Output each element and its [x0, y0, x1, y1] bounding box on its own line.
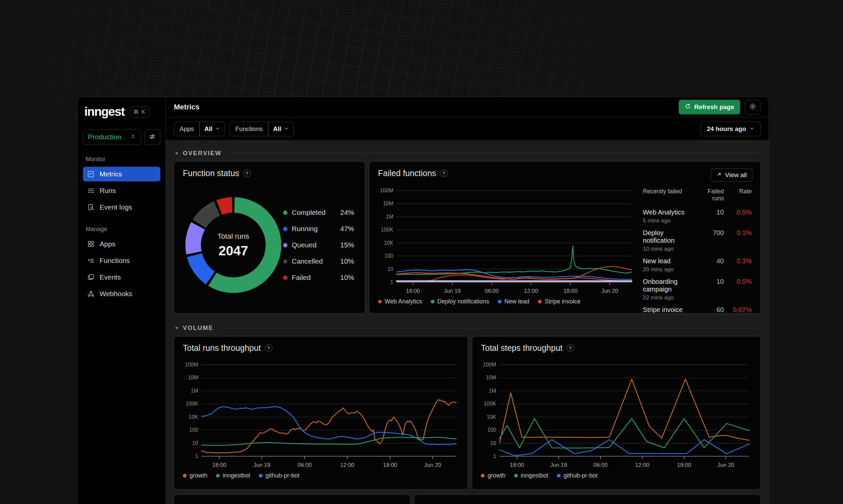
volume-section-header[interactable]: VOLUME: [175, 325, 760, 331]
command-k-shortcut[interactable]: ⌘ K: [130, 106, 149, 118]
view-all-button[interactable]: View all: [711, 168, 752, 182]
table-row[interactable]: New lead20 mins ago400.3%: [643, 257, 752, 273]
refresh-page-button[interactable]: Refresh page: [679, 100, 740, 114]
sdk-request-throughput-card: SDK request throughput ?: [174, 495, 410, 504]
svg-text:10: 10: [490, 440, 496, 446]
legend-label: Failed: [292, 273, 311, 282]
sidebar-item-runs[interactable]: Runs: [83, 183, 160, 198]
table-row[interactable]: Stripe invoice25 mins ago600.07%: [643, 306, 752, 313]
svg-text:Jun 19: Jun 19: [550, 462, 567, 468]
time-range-select[interactable]: 24 hours ago: [701, 122, 761, 136]
backlog-card: Backlog ?: [414, 495, 761, 504]
sidebar-item-label: Runs: [100, 187, 116, 195]
legend-dot: [216, 474, 220, 478]
sidebar-item-webhooks[interactable]: Webhooks: [83, 287, 160, 301]
time-range-value: 24 hours ago: [707, 125, 746, 133]
table-row[interactable]: Deploy notification10 mins ago7000.1%: [643, 229, 752, 252]
svg-text:100: 100: [487, 427, 496, 433]
svg-text:100K: 100K: [381, 227, 394, 232]
apps-filter-value: All: [204, 125, 212, 133]
svg-text:12:00: 12:00: [524, 288, 538, 294]
svg-text:1M: 1M: [191, 388, 198, 394]
legend-item-deploy-notifications: Deploy notifications: [431, 298, 489, 305]
svg-text:100K: 100K: [484, 401, 497, 407]
sidebar-item-events[interactable]: Events: [83, 270, 160, 285]
function-status-donut: Total runs 2047: [184, 195, 283, 295]
svg-text:10M: 10M: [188, 375, 198, 380]
series-inngestbot: [202, 437, 457, 446]
svg-text:06:00: 06:00: [298, 462, 312, 468]
legend-label: Running: [292, 225, 317, 233]
help-icon[interactable]: ?: [567, 344, 574, 352]
table-row[interactable]: Web Analytics5 mins ago100.5%: [643, 209, 752, 224]
apps-filter[interactable]: Apps All: [174, 122, 225, 136]
nav-section-label: Monitor: [86, 156, 158, 163]
functions-filter-value: All: [273, 125, 281, 133]
legend-value: 47%: [340, 225, 354, 233]
failed-function-name: Deploy notification: [643, 229, 693, 245]
content-scroll-area[interactable]: OVERVIEW Function status ? Total runs: [166, 141, 769, 504]
legend-dot: [259, 474, 262, 478]
svg-text:12:00: 12:00: [635, 462, 650, 468]
series-inngestbot: [499, 418, 749, 448]
legend-dot: [183, 474, 187, 478]
sidebar-item-event-logs[interactable]: Event logs: [83, 200, 160, 215]
svg-text:Jun 19: Jun 19: [253, 462, 270, 468]
svg-text:Jun 19: Jun 19: [444, 288, 461, 294]
sidebar-item-apps[interactable]: Apps: [83, 237, 160, 251]
section-rule: [228, 153, 760, 154]
chevron-down-icon: [750, 125, 754, 133]
total-steps-title: Total steps throughput: [481, 343, 563, 353]
failed-runs-value: 60: [695, 306, 724, 313]
env-filter-button[interactable]: [144, 129, 160, 145]
sidebar-item-functions[interactable]: Functions: [83, 253, 160, 268]
failure-rate-value: 0.07%: [726, 306, 752, 313]
sidebar-item-label: Events: [100, 273, 121, 281]
legend-dot: [283, 243, 288, 247]
settings-button[interactable]: [745, 100, 761, 114]
failed-runs-value: 10: [695, 278, 724, 286]
svg-text:18:00: 18:00: [383, 462, 397, 468]
filter-bar: Apps All Functions All 24 hours ago: [166, 118, 769, 141]
svg-text:12:00: 12:00: [340, 462, 355, 468]
view-all-label: View all: [725, 172, 747, 179]
runs-list-icon: [87, 187, 95, 195]
col-recently-failed: Recently failed: [643, 188, 693, 202]
series-growth: [202, 399, 457, 453]
failure-rate-value: 0.5%: [726, 278, 752, 286]
donut-center-label: Total runs: [218, 232, 249, 241]
section-rule: [220, 328, 760, 328]
failed-function-time: 20 mins ago: [643, 266, 693, 273]
failed-function-name: Web Analytics: [643, 209, 693, 216]
legend-label: Deploy notifications: [437, 298, 489, 305]
table-row[interactable]: Onboarding campaign22 mins ago100.5%: [643, 278, 752, 301]
svg-text:18:00: 18:00: [677, 462, 691, 468]
functions-filter[interactable]: Functions All: [230, 122, 294, 136]
legend-label: Stripe invoice: [545, 298, 581, 305]
sidebar-item-metrics[interactable]: Metrics: [83, 167, 160, 181]
legend-dot: [283, 259, 288, 264]
overview-section-header[interactable]: OVERVIEW: [175, 150, 760, 157]
arrow-up-right-icon: [717, 172, 722, 179]
apps-grid-icon: [87, 240, 95, 248]
svg-text:Jun 20: Jun 20: [601, 288, 618, 294]
environment-select[interactable]: Production: [83, 129, 141, 145]
refresh-icon: [685, 103, 691, 111]
svg-text:100K: 100K: [186, 401, 199, 407]
events-windows-icon: [87, 273, 95, 281]
legend-item-running: Running47%: [283, 225, 354, 233]
total-steps-throughput-card: Total steps throughput ? 100M10M1M100K10…: [472, 336, 761, 489]
legend-item-growth: growth: [481, 472, 505, 479]
svg-text:10K: 10K: [189, 414, 199, 420]
collapse-triangle-icon: [175, 151, 179, 156]
functions-icon: [87, 257, 95, 265]
total-steps-chart-legend: growthinngestbotgithub-pr-bot: [481, 472, 752, 479]
help-icon[interactable]: ?: [265, 344, 273, 352]
help-icon[interactable]: ?: [440, 169, 448, 177]
total-runs-title: Total runs throughput: [183, 343, 261, 353]
failed-function-name-cell: New lead20 mins ago: [643, 257, 693, 273]
help-icon[interactable]: ?: [243, 169, 251, 177]
legend-value: 10%: [340, 257, 354, 265]
sidebar-item-label: Functions: [100, 257, 130, 265]
failed-function-name-cell: Deploy notification10 mins ago: [643, 229, 693, 252]
